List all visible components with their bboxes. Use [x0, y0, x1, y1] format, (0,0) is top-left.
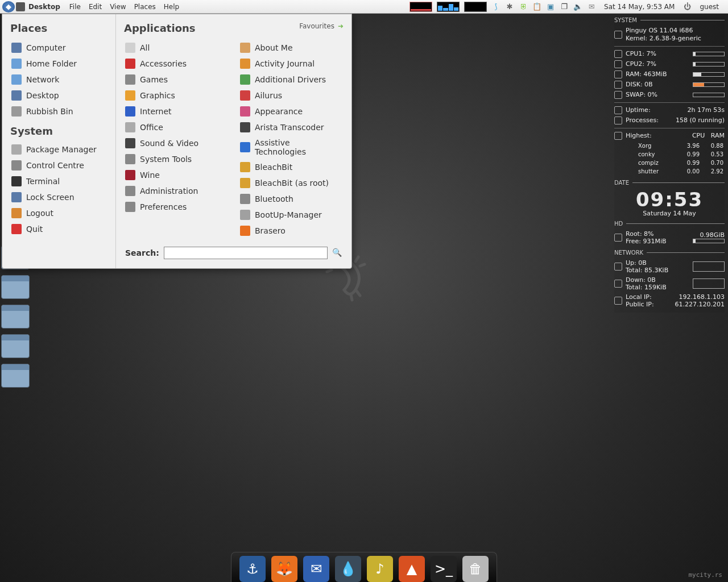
- disk-monitor[interactable]: [464, 2, 487, 12]
- category-item-10[interactable]: Preferences: [122, 199, 231, 215]
- volume-icon[interactable]: 🔈: [573, 2, 582, 11]
- menu-file[interactable]: File: [66, 3, 84, 11]
- app-item-4-label: Appearance: [255, 107, 303, 116]
- app-item-4[interactable]: Appearance: [237, 103, 346, 119]
- power-icon[interactable]: ⏻: [682, 2, 692, 11]
- conky-os: Pinguy OS 11.04 i686: [626, 27, 701, 35]
- app-item-6[interactable]: Assistive Technologies: [237, 135, 346, 159]
- app-title: Desktop: [26, 3, 65, 11]
- category-item-4[interactable]: Internet: [122, 103, 231, 119]
- category-item-3-icon: [125, 90, 135, 101]
- dock-firefox[interactable]: 🦊: [271, 556, 297, 582]
- system-item-0[interactable]: Package Manager: [8, 142, 110, 157]
- upload-icon: [614, 263, 622, 271]
- category-item-10-icon: [125, 202, 135, 212]
- places-item-0[interactable]: Computer: [8, 40, 110, 56]
- category-item-3[interactable]: Graphics: [122, 88, 231, 103]
- app-item-5[interactable]: Arista Transcoder: [237, 119, 346, 135]
- videos-folder[interactable]: [1, 334, 30, 358]
- system-item-0-icon: [11, 144, 22, 155]
- downloads-folder[interactable]: [1, 364, 30, 388]
- app-item-2[interactable]: Additional Drivers: [237, 72, 346, 88]
- places-item-2[interactable]: Network: [8, 72, 110, 88]
- places-heading: Places: [8, 22, 110, 34]
- app-item-2-icon: [240, 74, 250, 85]
- dock-rhythmbox[interactable]: ♪: [367, 556, 393, 582]
- places-item-4[interactable]: Rubbish Bin: [8, 103, 110, 119]
- category-item-0[interactable]: All: [122, 40, 231, 56]
- search-icon[interactable]: 🔍: [332, 248, 342, 258]
- dock-terminal[interactable]: >_: [431, 556, 457, 582]
- dock-vlc[interactable]: ▲: [399, 556, 425, 582]
- desktop-switcher-icon[interactable]: ▣: [546, 2, 555, 11]
- system-item-5[interactable]: Quit: [8, 221, 110, 237]
- favourites-link[interactable]: Favourites ➜: [299, 22, 344, 30]
- main-menu-button[interactable]: ◆: [2, 1, 15, 13]
- menu-edit[interactable]: Edit: [85, 3, 105, 11]
- conky-proc: 158 (0 running): [676, 117, 725, 124]
- dock-trash[interactable]: 🗑: [462, 556, 489, 582]
- app-item-5-label: Arista Transcoder: [255, 123, 324, 132]
- system-item-2-icon: [11, 176, 22, 186]
- mail-icon[interactable]: ✉: [587, 2, 596, 11]
- conky-net-legend: NETWORK: [614, 250, 647, 256]
- clipboard-icon[interactable]: 📋: [532, 2, 541, 11]
- shield-icon[interactable]: ⛨: [519, 2, 528, 11]
- conky-cpu2: CPU2: 7%: [626, 60, 656, 68]
- places-item-4-icon: [11, 106, 22, 117]
- system-item-5-icon: [11, 224, 22, 234]
- process-row: Xorg3.960.88: [627, 142, 723, 149]
- file-manager-icon[interactable]: [16, 2, 25, 11]
- category-item-2-label: Games: [140, 75, 168, 84]
- menu-places[interactable]: Places: [131, 3, 159, 11]
- category-item-6-icon: [125, 138, 135, 148]
- system-item-1[interactable]: Control Centre: [8, 157, 110, 173]
- cpu-monitor[interactable]: [410, 2, 432, 12]
- app-item-1[interactable]: Activity Journal: [237, 56, 346, 72]
- app-item-9[interactable]: Bluetooth: [237, 191, 346, 207]
- category-item-0-label: All: [140, 43, 150, 52]
- app-item-7[interactable]: BleachBit: [237, 159, 346, 175]
- pictures-folder[interactable]: [1, 305, 30, 329]
- clock[interactable]: Sat 14 May, 9:53 AM: [601, 3, 678, 11]
- wrench-icon: [614, 31, 622, 39]
- system-item-3[interactable]: Lock Screen: [8, 189, 110, 205]
- system-item-4[interactable]: Logout: [8, 205, 110, 221]
- category-item-1[interactable]: Accessories: [122, 56, 231, 72]
- cpu2-bar: [693, 62, 725, 66]
- app-item-8-label: BleachBit (as root): [255, 178, 329, 188]
- category-item-8[interactable]: Wine: [122, 167, 231, 183]
- app-item-10-label: BootUp-Manager: [255, 210, 322, 219]
- menu-view[interactable]: View: [106, 3, 129, 11]
- places-item-3[interactable]: Desktop: [8, 88, 110, 103]
- conky-localip-label: Local IP:: [626, 293, 654, 301]
- music-folder[interactable]: [1, 275, 30, 299]
- search-input[interactable]: [164, 247, 328, 259]
- category-item-7[interactable]: System Tools: [122, 151, 231, 167]
- dock-deluge[interactable]: 💧: [335, 556, 361, 582]
- conky-publicip: 61.227.120.201: [675, 301, 725, 308]
- settings-icon[interactable]: ✱: [505, 2, 514, 11]
- app-item-10[interactable]: BootUp-Manager: [237, 207, 346, 223]
- system-item-3-icon: [11, 192, 22, 202]
- dock-thunderbird[interactable]: ✉: [303, 556, 329, 582]
- dock-docky[interactable]: ⚓: [239, 556, 266, 582]
- places-item-1[interactable]: Home Folder: [8, 56, 110, 72]
- category-item-5[interactable]: Office: [122, 119, 231, 135]
- system-item-2[interactable]: Terminal: [8, 173, 110, 189]
- user-label[interactable]: guest: [696, 3, 722, 11]
- menu-help[interactable]: Help: [160, 3, 183, 11]
- app-item-0[interactable]: About Me: [237, 40, 346, 56]
- category-item-2[interactable]: Games: [122, 72, 231, 88]
- weather-icon[interactable]: ⟆: [491, 2, 500, 11]
- conky-kernel: Kernel: 2.6.38-9-generic: [626, 35, 701, 43]
- places-item-2-label: Network: [26, 75, 59, 84]
- app-item-11[interactable]: Brasero: [237, 223, 346, 239]
- system-item-0-label: Package Manager: [26, 145, 97, 154]
- app-item-3[interactable]: Ailurus: [237, 88, 346, 103]
- app-item-8[interactable]: BleachBit (as root): [237, 175, 346, 191]
- net-monitor[interactable]: [437, 2, 460, 12]
- category-item-9[interactable]: Administration: [122, 183, 231, 199]
- category-item-6[interactable]: Sound & Video: [122, 135, 231, 151]
- workspace-icon[interactable]: ❐: [560, 2, 569, 11]
